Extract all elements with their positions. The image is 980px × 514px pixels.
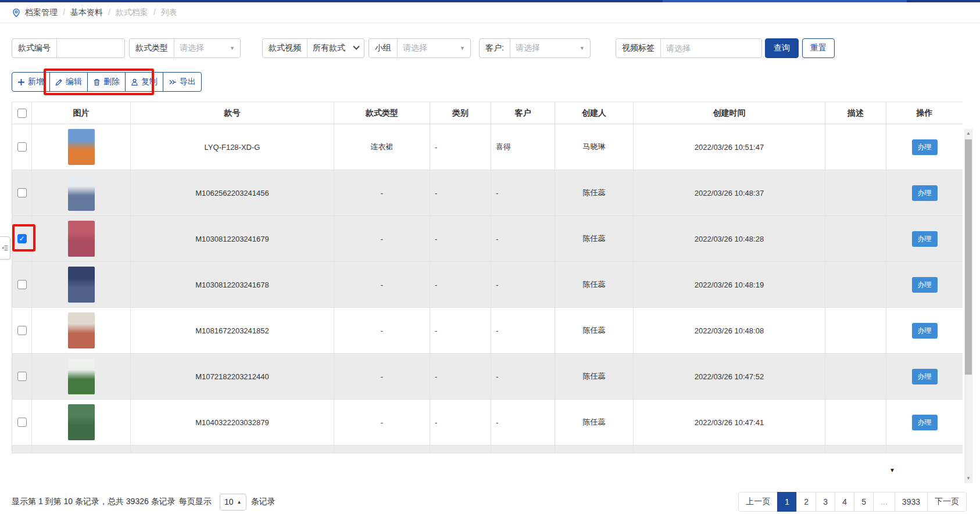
search-button[interactable]: 查询 (765, 38, 799, 58)
product-thumbnail[interactable] (68, 221, 95, 257)
breadcrumb-item[interactable]: 基本资料 (70, 8, 103, 17)
handle-button[interactable]: 办理 (912, 323, 938, 339)
cell-customer: - (491, 216, 555, 262)
row-checkbox[interactable] (17, 326, 27, 335)
group-value: 请选择 (403, 43, 427, 53)
column-header: 款式类型 (334, 102, 430, 124)
table-row: ✓M1030812203241679---陈任蕊2022/03/26 10:48… (12, 216, 963, 262)
cell-description (825, 308, 886, 354)
cell-description (825, 170, 886, 216)
cell-description (825, 124, 886, 170)
row-checkbox[interactable] (17, 142, 27, 152)
handle-button[interactable]: 办理 (912, 139, 938, 155)
cell-customer: 喜得 (491, 124, 555, 170)
filter-style-video[interactable]: 款式视频 所有款式 (262, 38, 364, 58)
page: 档案管理/基本资料/款式档案/列表 款式编号 款式类型 请选择▼ 款式视频 所有… (0, 0, 980, 514)
page-number-button[interactable]: 3 (816, 492, 835, 512)
person-icon (131, 78, 138, 86)
cell-category: - (430, 170, 491, 216)
collapse-panel-handle[interactable] (0, 236, 10, 260)
filter-bar: 款式编号 款式类型 请选择▼ 款式视频 所有款式 小组 请选择▼ 客户: 请选择… (12, 38, 980, 58)
dropdown-triangle-icon: ▼ (580, 45, 585, 51)
per-page-select[interactable]: 10 ▲ (220, 494, 246, 511)
table-row: M1030812203241678---陈任蕊2022/03/26 10:48:… (12, 262, 963, 308)
breadcrumb-separator: / (63, 8, 65, 17)
video-tag-input[interactable] (666, 44, 756, 53)
page-number-button[interactable]: 5 (854, 492, 874, 512)
handle-button[interactable]: 办理 (912, 415, 938, 430)
table-header-row: 图片款号款式类型类别客户创建人创建时间描述操作 (12, 102, 963, 124)
row-checkbox[interactable] (17, 188, 27, 197)
product-thumbnail[interactable] (68, 267, 95, 303)
cell-creator: 陈任蕊 (555, 262, 634, 308)
style-no-label: 款式编号 (12, 39, 56, 57)
footer: 显示第 1 到第 10 条记录，总共 39326 条记录 每页显示 10 ▲ 条… (0, 491, 980, 512)
prev-page-button[interactable]: 上一页 (738, 492, 778, 512)
cell-style-no: M1062562203241456 (131, 170, 334, 216)
filter-customer[interactable]: 客户: 请选择▼ (479, 38, 591, 58)
style-no-input[interactable] (62, 44, 119, 53)
breadcrumb: 档案管理/基本资料/款式档案/列表 (0, 2, 980, 23)
row-checkbox[interactable] (17, 372, 27, 381)
next-page-button[interactable]: 下一页 (927, 492, 967, 512)
handle-button[interactable]: 办理 (912, 231, 938, 247)
cell-created-at: 2022/03/26 10:48:19 (634, 262, 825, 308)
top-accent-bar-light-segment (663, 0, 907, 2)
product-thumbnail[interactable] (68, 404, 95, 440)
cell-category: - (430, 308, 491, 354)
product-thumbnail[interactable] (68, 358, 95, 394)
style-video-value: 所有款式 (313, 43, 345, 53)
table-row: M1072182203212440---陈任蕊2022/03/26 10:47:… (12, 354, 963, 400)
page-number-button[interactable]: 4 (835, 492, 854, 512)
breadcrumb-item[interactable]: 档案管理 (25, 8, 58, 17)
breadcrumb-item[interactable]: 列表 (161, 8, 177, 17)
cell-category: - (430, 354, 491, 400)
handle-button[interactable]: 办理 (912, 277, 938, 293)
product-thumbnail[interactable] (68, 129, 95, 165)
cell-style-type: - (334, 170, 430, 216)
style-video-label: 款式视频 (263, 39, 307, 57)
reset-button[interactable]: 重置 (802, 38, 835, 58)
column-header: 创建人 (555, 102, 634, 124)
product-thumbnail[interactable] (68, 312, 95, 348)
copy-button[interactable]: 复制 (125, 72, 163, 92)
row-checkbox[interactable] (17, 280, 27, 289)
cell-style-type: 连衣裙 (334, 124, 430, 170)
filter-style-type[interactable]: 款式类型 请选择▼ (129, 38, 241, 58)
filter-group[interactable]: 小组 请选择▼ (369, 38, 471, 58)
page-number-button[interactable]: 1 (777, 492, 797, 512)
row-checkbox[interactable] (17, 418, 27, 427)
cell-created-at: 2022/03/26 10:47:52 (634, 354, 825, 400)
cell-style-type: - (334, 216, 430, 262)
handle-button[interactable]: 办理 (912, 185, 938, 201)
row-checkbox[interactable]: ✓ (17, 234, 27, 243)
export-button[interactable]: 导出 (163, 72, 202, 92)
column-header: 款号 (131, 102, 334, 124)
export-button-label: 导出 (180, 77, 196, 87)
filter-video-tag: 视频标签 (616, 38, 762, 58)
scrollbar-up-arrow[interactable]: ▲ (964, 129, 972, 138)
breadcrumb-item[interactable]: 款式档案 (116, 8, 148, 17)
page-number-button[interactable]: 2 (796, 492, 816, 512)
add-button[interactable]: 新增 (12, 72, 50, 92)
edit-button[interactable]: 编辑 (49, 72, 88, 92)
style-type-label: 款式类型 (130, 39, 174, 57)
cell-customer: - (491, 308, 555, 354)
delete-button[interactable]: 删除 (87, 72, 126, 92)
delete-button-label: 删除 (103, 77, 120, 87)
scrollbar-thumb[interactable] (965, 139, 972, 375)
cell-style-no: M1030812203241678 (131, 262, 334, 308)
product-thumbnail[interactable] (68, 175, 95, 211)
select-all-checkbox[interactable] (17, 109, 27, 118)
page-ellipsis[interactable]: ... (873, 492, 895, 512)
scrollbar-down-arrow[interactable]: ▼ (964, 474, 972, 483)
cell-category: - (430, 262, 491, 308)
cell-description (825, 216, 886, 262)
group-label: 小组 (369, 39, 397, 57)
vertical-scrollbar[interactable]: ▲ ▼ (964, 129, 972, 483)
page-number-button[interactable]: 3933 (895, 492, 928, 512)
add-button-label: 新增 (28, 77, 44, 87)
handle-button[interactable]: 办理 (912, 369, 938, 384)
record-summary: 显示第 1 到第 10 条记录，总共 39326 条记录 (12, 497, 176, 507)
per-page-unit: 条记录 (251, 497, 276, 507)
